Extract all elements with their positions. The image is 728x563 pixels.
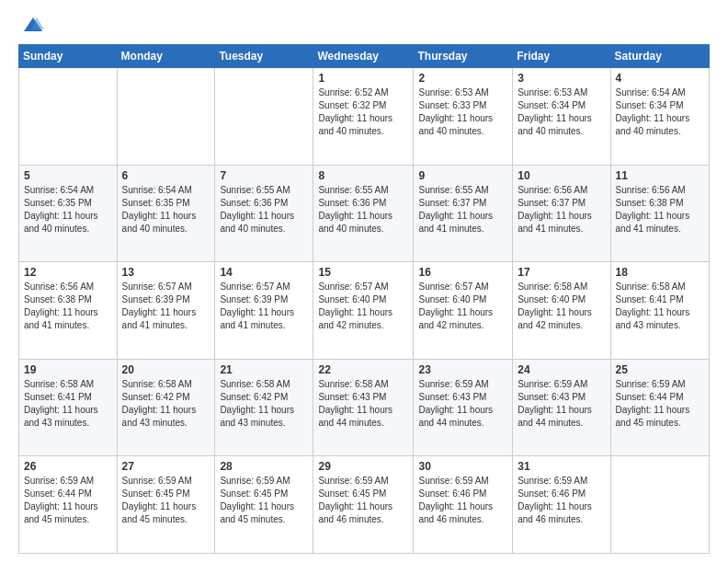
day-header-friday: Friday bbox=[513, 45, 610, 68]
calendar-cell: 16Sunrise: 6:57 AM Sunset: 6:40 PM Dayli… bbox=[414, 262, 513, 360]
day-number: 25 bbox=[616, 363, 704, 376]
calendar-cell bbox=[117, 68, 215, 166]
day-number: 1 bbox=[318, 72, 408, 85]
day-number: 30 bbox=[418, 460, 507, 473]
day-info: Sunrise: 6:58 AM Sunset: 6:41 PM Dayligh… bbox=[24, 378, 112, 430]
day-info: Sunrise: 6:53 AM Sunset: 6:33 PM Dayligh… bbox=[418, 86, 507, 138]
day-number: 4 bbox=[616, 72, 704, 85]
calendar-cell: 30Sunrise: 6:59 AM Sunset: 6:46 PM Dayli… bbox=[414, 456, 513, 554]
day-info: Sunrise: 6:59 AM Sunset: 6:43 PM Dayligh… bbox=[518, 378, 605, 430]
calendar-cell bbox=[610, 456, 709, 554]
day-header-monday: Monday bbox=[117, 45, 215, 68]
day-number: 9 bbox=[418, 169, 507, 182]
day-number: 22 bbox=[318, 363, 408, 376]
calendar-cell: 4Sunrise: 6:54 AM Sunset: 6:34 PM Daylig… bbox=[610, 68, 709, 166]
day-number: 12 bbox=[24, 266, 112, 279]
day-info: Sunrise: 6:58 AM Sunset: 6:42 PM Dayligh… bbox=[122, 378, 210, 430]
calendar-cell: 13Sunrise: 6:57 AM Sunset: 6:39 PM Dayli… bbox=[117, 262, 215, 360]
day-info: Sunrise: 6:58 AM Sunset: 6:40 PM Dayligh… bbox=[518, 281, 605, 332]
calendar-cell: 5Sunrise: 6:54 AM Sunset: 6:35 PM Daylig… bbox=[19, 165, 118, 262]
day-info: Sunrise: 6:55 AM Sunset: 6:36 PM Dayligh… bbox=[220, 184, 308, 236]
day-number: 13 bbox=[122, 266, 210, 279]
day-info: Sunrise: 6:57 AM Sunset: 6:39 PM Dayligh… bbox=[122, 281, 210, 332]
day-info: Sunrise: 6:59 AM Sunset: 6:44 PM Dayligh… bbox=[616, 378, 704, 430]
day-info: Sunrise: 6:59 AM Sunset: 6:45 PM Dayligh… bbox=[220, 475, 308, 526]
day-info: Sunrise: 6:54 AM Sunset: 6:34 PM Dayligh… bbox=[616, 86, 704, 138]
day-number: 3 bbox=[518, 72, 605, 85]
calendar-cell: 3Sunrise: 6:53 AM Sunset: 6:34 PM Daylig… bbox=[513, 68, 610, 166]
day-info: Sunrise: 6:59 AM Sunset: 6:45 PM Dayligh… bbox=[122, 475, 210, 526]
calendar-cell: 10Sunrise: 6:56 AM Sunset: 6:37 PM Dayli… bbox=[513, 165, 610, 262]
day-number: 6 bbox=[122, 169, 210, 182]
day-number: 26 bbox=[24, 460, 112, 473]
day-number: 24 bbox=[518, 363, 605, 376]
day-header-tuesday: Tuesday bbox=[215, 45, 313, 68]
day-info: Sunrise: 6:58 AM Sunset: 6:41 PM Dayligh… bbox=[616, 281, 704, 332]
day-number: 18 bbox=[616, 266, 704, 279]
day-header-wednesday: Wednesday bbox=[313, 45, 414, 68]
day-info: Sunrise: 6:58 AM Sunset: 6:42 PM Dayligh… bbox=[220, 378, 308, 430]
calendar-cell: 17Sunrise: 6:58 AM Sunset: 6:40 PM Dayli… bbox=[513, 262, 610, 360]
day-info: Sunrise: 6:57 AM Sunset: 6:40 PM Dayligh… bbox=[418, 281, 507, 332]
calendar-cell: 1Sunrise: 6:52 AM Sunset: 6:32 PM Daylig… bbox=[313, 68, 414, 166]
day-number: 27 bbox=[122, 460, 210, 473]
calendar-cell: 2Sunrise: 6:53 AM Sunset: 6:33 PM Daylig… bbox=[414, 68, 513, 166]
calendar-cell: 28Sunrise: 6:59 AM Sunset: 6:45 PM Dayli… bbox=[215, 456, 313, 554]
day-info: Sunrise: 6:57 AM Sunset: 6:39 PM Dayligh… bbox=[220, 281, 308, 332]
day-info: Sunrise: 6:59 AM Sunset: 6:44 PM Dayligh… bbox=[24, 475, 112, 526]
day-info: Sunrise: 6:56 AM Sunset: 6:37 PM Dayligh… bbox=[518, 184, 605, 236]
day-number: 23 bbox=[418, 363, 507, 376]
day-info: Sunrise: 6:57 AM Sunset: 6:40 PM Dayligh… bbox=[318, 281, 408, 332]
calendar-cell: 20Sunrise: 6:58 AM Sunset: 6:42 PM Dayli… bbox=[117, 359, 215, 456]
day-info: Sunrise: 6:59 AM Sunset: 6:46 PM Dayligh… bbox=[418, 475, 507, 526]
calendar-cell: 9Sunrise: 6:55 AM Sunset: 6:37 PM Daylig… bbox=[414, 165, 513, 262]
calendar-cell: 6Sunrise: 6:54 AM Sunset: 6:35 PM Daylig… bbox=[117, 165, 215, 262]
day-info: Sunrise: 6:58 AM Sunset: 6:43 PM Dayligh… bbox=[318, 378, 408, 430]
day-info: Sunrise: 6:59 AM Sunset: 6:46 PM Dayligh… bbox=[518, 475, 605, 526]
day-number: 15 bbox=[318, 266, 408, 279]
day-info: Sunrise: 6:55 AM Sunset: 6:37 PM Dayligh… bbox=[418, 184, 507, 236]
day-header-saturday: Saturday bbox=[610, 45, 709, 68]
calendar-cell: 18Sunrise: 6:58 AM Sunset: 6:41 PM Dayli… bbox=[610, 262, 709, 360]
day-number: 19 bbox=[24, 363, 112, 376]
day-info: Sunrise: 6:59 AM Sunset: 6:45 PM Dayligh… bbox=[318, 475, 408, 526]
day-number: 21 bbox=[220, 363, 308, 376]
calendar-cell: 27Sunrise: 6:59 AM Sunset: 6:45 PM Dayli… bbox=[117, 456, 215, 554]
day-number: 29 bbox=[318, 460, 408, 473]
day-info: Sunrise: 6:59 AM Sunset: 6:43 PM Dayligh… bbox=[418, 378, 507, 430]
day-info: Sunrise: 6:56 AM Sunset: 6:38 PM Dayligh… bbox=[616, 184, 704, 236]
day-info: Sunrise: 6:53 AM Sunset: 6:34 PM Dayligh… bbox=[518, 86, 605, 138]
day-header-sunday: Sunday bbox=[19, 45, 118, 68]
calendar-cell bbox=[19, 68, 118, 166]
day-number: 28 bbox=[220, 460, 308, 473]
day-info: Sunrise: 6:52 AM Sunset: 6:32 PM Dayligh… bbox=[318, 86, 408, 138]
day-info: Sunrise: 6:54 AM Sunset: 6:35 PM Dayligh… bbox=[122, 184, 210, 236]
calendar-cell: 23Sunrise: 6:59 AM Sunset: 6:43 PM Dayli… bbox=[414, 359, 513, 456]
day-number: 17 bbox=[518, 266, 605, 279]
day-number: 7 bbox=[220, 169, 308, 182]
day-number: 31 bbox=[518, 460, 605, 473]
day-info: Sunrise: 6:54 AM Sunset: 6:35 PM Dayligh… bbox=[24, 184, 112, 236]
calendar-cell: 31Sunrise: 6:59 AM Sunset: 6:46 PM Dayli… bbox=[513, 456, 610, 554]
day-number: 10 bbox=[518, 169, 605, 182]
calendar-cell: 21Sunrise: 6:58 AM Sunset: 6:42 PM Dayli… bbox=[215, 359, 313, 456]
calendar-table: SundayMondayTuesdayWednesdayThursdayFrid… bbox=[18, 44, 710, 554]
day-number: 16 bbox=[418, 266, 507, 279]
day-info: Sunrise: 6:55 AM Sunset: 6:36 PM Dayligh… bbox=[318, 184, 408, 236]
day-number: 5 bbox=[24, 169, 112, 182]
calendar-cell bbox=[215, 68, 313, 166]
day-header-thursday: Thursday bbox=[414, 45, 513, 68]
calendar-cell: 25Sunrise: 6:59 AM Sunset: 6:44 PM Dayli… bbox=[610, 359, 709, 456]
calendar-cell: 19Sunrise: 6:58 AM Sunset: 6:41 PM Dayli… bbox=[19, 359, 118, 456]
logo-icon bbox=[22, 15, 44, 37]
day-number: 14 bbox=[220, 266, 308, 279]
day-number: 20 bbox=[122, 363, 210, 376]
calendar-cell: 24Sunrise: 6:59 AM Sunset: 6:43 PM Dayli… bbox=[513, 359, 610, 456]
calendar-cell: 29Sunrise: 6:59 AM Sunset: 6:45 PM Dayli… bbox=[313, 456, 414, 554]
calendar-cell: 7Sunrise: 6:55 AM Sunset: 6:36 PM Daylig… bbox=[215, 165, 313, 262]
calendar-cell: 26Sunrise: 6:59 AM Sunset: 6:44 PM Dayli… bbox=[19, 456, 118, 554]
logo bbox=[18, 15, 44, 37]
calendar-cell: 11Sunrise: 6:56 AM Sunset: 6:38 PM Dayli… bbox=[610, 165, 709, 262]
day-info: Sunrise: 6:56 AM Sunset: 6:38 PM Dayligh… bbox=[24, 281, 112, 332]
calendar-cell: 14Sunrise: 6:57 AM Sunset: 6:39 PM Dayli… bbox=[215, 262, 313, 360]
